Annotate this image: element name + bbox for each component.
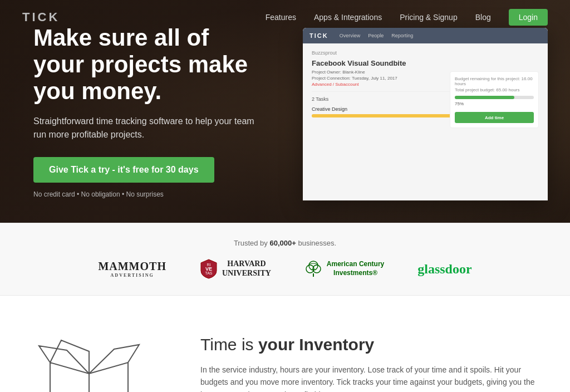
aci-text: American Century Investments® [327, 260, 384, 277]
trust-logo-aci: American Century Investments® [304, 260, 384, 278]
laptop-add-button: Add time [485, 115, 504, 120]
laptop-breadcrumb: Buzzsprout [312, 50, 539, 56]
mammoth-wordmark: MAMMOTH ADVERTISING [98, 260, 166, 278]
harvard-shield-icon: VE RI TAS [200, 258, 218, 280]
hero-cta-button[interactable]: Give Tick a try - it's free for 30 days [33, 157, 214, 183]
trust-count: 60,000+ [269, 239, 296, 247]
trust-logo-mammoth: MAMMOTH ADVERTISING [98, 260, 166, 278]
navbar: TICK Features Apps & Integrations Pricin… [0, 0, 570, 35]
svg-text:RI: RI [207, 263, 210, 267]
laptop-progress-bar [455, 96, 534, 99]
hero-laptop-mockup: TICK Overview People Reporting Buzzsprou… [303, 28, 548, 200]
svg-point-3 [309, 261, 318, 270]
box-illustration-icon [28, 329, 173, 392]
hero-disclaimer: No credit card • No obligation • No surp… [33, 190, 256, 198]
nav-links: Features Apps & Integrations Pricing & S… [266, 12, 548, 22]
laptop-project-title: Facebook Visual Soundbite [312, 59, 539, 67]
nav-item-pricing[interactable]: Pricing & Signup [400, 12, 458, 22]
trust-text-pre: Trusted by [234, 239, 268, 247]
trust-logo-harvard: VE RI TAS HARVARD UNIVERSITY [200, 258, 271, 280]
feature-headline: Time is your Inventory [200, 335, 548, 355]
nav-item-apps[interactable]: Apps & Integrations [314, 12, 382, 22]
feature-illustration [22, 329, 178, 392]
hero-headline: Make sure all of your projects make you … [33, 24, 256, 105]
hero-subheadline: Straightforward time tracking software t… [33, 115, 256, 141]
laptop-budget-label: Budget remaining for this project: 16.00… [455, 76, 534, 86]
nav-link-apps[interactable]: Apps & Integrations [314, 13, 382, 22]
feature-headline-pre: Time is [200, 335, 258, 354]
nav-item-features[interactable]: Features [266, 12, 296, 22]
feature-body: In the service industry, hours are your … [200, 364, 548, 392]
glassdoor-wordmark: glassdoor [417, 262, 471, 277]
trust-bar: Trusted by 60,000+ businesses. MAMMOTH A… [0, 223, 570, 296]
nav-item-login[interactable]: Login [509, 12, 548, 22]
nav-link-pricing[interactable]: Pricing & Signup [400, 13, 458, 22]
trust-bar-text: Trusted by 60,000+ businesses. [22, 239, 548, 247]
aci-tree-icon [304, 260, 322, 278]
feature-headline-bold: your Inventory [258, 335, 374, 354]
trust-logos: MAMMOTH ADVERTISING VE RI TAS HARVARD UN… [22, 258, 548, 280]
laptop-screen: TICK Overview People Reporting Buzzsprou… [303, 28, 548, 200]
laptop-percent-label: 75% [455, 101, 534, 106]
laptop-budget-panel: Budget remaining for this project: 16.00… [450, 71, 539, 128]
feature-section: Time is your Inventory In the service in… [0, 296, 570, 392]
site-logo: TICK [22, 10, 60, 24]
feature-text: Time is your Inventory In the service in… [200, 329, 548, 392]
login-button[interactable]: Login [509, 9, 548, 26]
nav-item-blog[interactable]: Blog [475, 12, 491, 22]
harvard-text: HARVARD UNIVERSITY [222, 259, 271, 278]
laptop-budget-sub: Total project budget: 65.00 hours [455, 87, 534, 92]
laptop-progress-fill [455, 96, 514, 99]
nav-link-blog[interactable]: Blog [475, 13, 491, 22]
trust-logo-glassdoor: glassdoor [417, 262, 471, 277]
nav-link-features[interactable]: Features [266, 13, 296, 22]
trust-suffix: businesses. [298, 239, 336, 247]
svg-text:TAS: TAS [205, 271, 212, 275]
hero-content: Make sure all of your projects make you … [0, 24, 289, 199]
